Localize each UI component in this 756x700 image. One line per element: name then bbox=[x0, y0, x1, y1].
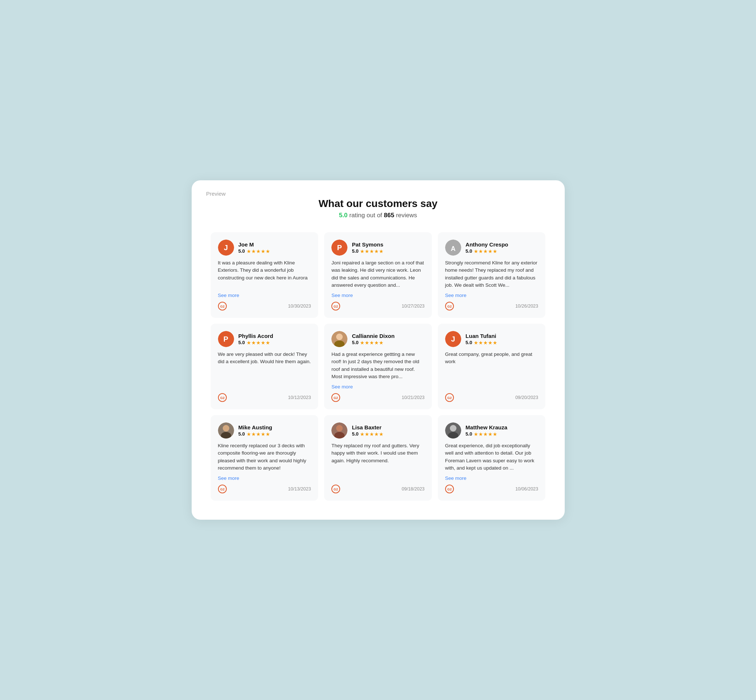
see-more-link[interactable]: See more bbox=[218, 292, 311, 298]
review-card: P Pat Symons 5.0 ★★★★★ Joni repaired a l… bbox=[324, 232, 432, 318]
review-card: A Anthony Crespo 5.0 ★★★★★ Strongly reco… bbox=[438, 232, 546, 318]
review-footer: G2 09/20/2023 bbox=[445, 393, 538, 402]
review-card: J Joe M 5.0 ★★★★★ It was a pleasure deal… bbox=[211, 232, 319, 318]
reviews-grid: J Joe M 5.0 ★★★★★ It was a pleasure deal… bbox=[211, 232, 546, 501]
review-count: 865 bbox=[384, 212, 394, 219]
see-more-link[interactable]: See more bbox=[445, 292, 538, 298]
stars-display: ★★★★★ bbox=[247, 248, 270, 254]
rating-value: 5.0 bbox=[465, 431, 472, 437]
stars-display: ★★★★★ bbox=[360, 431, 384, 437]
rating-value: 5.0 bbox=[465, 340, 472, 345]
stars-display: ★★★★★ bbox=[247, 340, 270, 345]
avatar bbox=[331, 331, 347, 347]
reviewer-name: Phyllis Acord bbox=[239, 333, 273, 339]
svg-text:G2: G2 bbox=[220, 305, 224, 308]
star-rating-row: 5.0 ★★★★★ bbox=[239, 340, 273, 345]
reviewer-name: Pat Symons bbox=[352, 241, 384, 248]
reviewer-info: Matthew Krauza 5.0 ★★★★★ bbox=[465, 424, 507, 437]
svg-point-11 bbox=[336, 334, 343, 340]
reviewer-header: P Phyllis Acord 5.0 ★★★★★ bbox=[218, 331, 311, 347]
reviewer-info: Mike Austing 5.0 ★★★★★ bbox=[239, 424, 272, 437]
svg-point-23 bbox=[336, 425, 343, 431]
avatar: J bbox=[218, 239, 234, 256]
review-card: Lisa Baxter 5.0 ★★★★★ They replaced my r… bbox=[324, 415, 432, 501]
g2-logo-icon: G2 bbox=[218, 484, 227, 493]
svg-text:G2: G2 bbox=[334, 488, 338, 491]
g2-logo-icon: G2 bbox=[218, 393, 227, 402]
svg-text:A: A bbox=[451, 245, 455, 252]
review-date: 10/06/2023 bbox=[515, 486, 538, 492]
see-more-link[interactable]: See more bbox=[218, 475, 311, 481]
reviewer-header: P Pat Symons 5.0 ★★★★★ bbox=[331, 239, 425, 256]
reviewer-header: Calliannie Dixon 5.0 ★★★★★ bbox=[331, 331, 425, 347]
reviewer-name: Lisa Baxter bbox=[352, 424, 384, 430]
review-date: 10/12/2023 bbox=[288, 395, 311, 400]
reviewer-header: J Luan Tufani 5.0 ★★★★★ bbox=[445, 331, 538, 347]
avatar: J bbox=[445, 331, 461, 347]
star-rating-row: 5.0 ★★★★★ bbox=[465, 340, 497, 345]
reviewer-info: Anthony Crespo 5.0 ★★★★★ bbox=[465, 241, 508, 254]
see-more-link[interactable]: See more bbox=[331, 384, 425, 389]
review-date: 09/18/2023 bbox=[401, 486, 425, 492]
review-footer: G2 09/18/2023 bbox=[331, 484, 425, 493]
preview-label: Preview bbox=[206, 191, 226, 197]
review-card: Mike Austing 5.0 ★★★★★ Kline recently re… bbox=[211, 415, 319, 501]
reviewer-name: Calliannie Dixon bbox=[352, 333, 395, 339]
review-text: Had a great experience gettting a new ro… bbox=[331, 351, 425, 380]
reviewer-info: Phyllis Acord 5.0 ★★★★★ bbox=[239, 333, 273, 345]
overall-rating: 5.0 bbox=[339, 212, 348, 219]
review-text: We are very pleased with our deck! They … bbox=[218, 351, 311, 389]
star-rating-row: 5.0 ★★★★★ bbox=[352, 431, 384, 437]
review-date: 10/27/2023 bbox=[401, 303, 425, 309]
preview-card: Preview What our customers say 5.0 ratin… bbox=[192, 180, 565, 520]
star-rating-row: 5.0 ★★★★★ bbox=[352, 340, 395, 345]
avatar: A bbox=[445, 239, 461, 256]
review-footer: G2 10/13/2023 bbox=[218, 484, 311, 493]
avatar bbox=[218, 422, 234, 439]
svg-text:G2: G2 bbox=[220, 488, 224, 491]
review-card: Matthew Krauza 5.0 ★★★★★ Great experienc… bbox=[438, 415, 546, 501]
review-text: Kline recently replaced our 3 decks with… bbox=[218, 442, 311, 472]
avatar bbox=[445, 422, 461, 439]
reviewer-name: Matthew Krauza bbox=[465, 424, 507, 430]
svg-text:G2: G2 bbox=[447, 396, 452, 400]
header-subtitle: 5.0 rating out of 865 reviews bbox=[211, 212, 546, 219]
stars-display: ★★★★★ bbox=[360, 248, 384, 254]
g2-logo-icon: G2 bbox=[445, 484, 454, 493]
reviewer-header: Lisa Baxter 5.0 ★★★★★ bbox=[331, 422, 425, 439]
star-rating-row: 5.0 ★★★★★ bbox=[465, 431, 507, 437]
reviewer-info: Calliannie Dixon 5.0 ★★★★★ bbox=[352, 333, 395, 345]
review-text: It was a pleasure dealing with Kline Ext… bbox=[218, 259, 311, 289]
see-more-link[interactable]: See more bbox=[445, 475, 538, 481]
subtitle-text: rating out of bbox=[349, 212, 382, 219]
rating-value: 5.0 bbox=[465, 248, 472, 254]
star-rating-row: 5.0 ★★★★★ bbox=[239, 431, 272, 437]
rating-value: 5.0 bbox=[239, 340, 245, 345]
review-text: They replaced my roof and gutters. Very … bbox=[331, 442, 425, 481]
reviewer-name: Anthony Crespo bbox=[465, 241, 508, 248]
review-date: 10/30/2023 bbox=[288, 303, 311, 309]
stars-display: ★★★★★ bbox=[474, 431, 497, 437]
review-footer: G2 10/06/2023 bbox=[445, 484, 538, 493]
g2-logo-icon: G2 bbox=[331, 393, 340, 402]
rating-value: 5.0 bbox=[352, 340, 358, 345]
g2-logo-icon: G2 bbox=[331, 484, 340, 493]
reviewer-info: Luan Tufani 5.0 ★★★★★ bbox=[465, 333, 497, 345]
svg-text:G2: G2 bbox=[220, 396, 224, 400]
review-date: 10/26/2023 bbox=[515, 303, 538, 309]
review-card: Calliannie Dixon 5.0 ★★★★★ Had a great e… bbox=[324, 323, 432, 409]
svg-text:G2: G2 bbox=[334, 396, 338, 400]
svg-point-18 bbox=[223, 425, 229, 431]
stars-display: ★★★★★ bbox=[360, 340, 384, 345]
reviewer-header: A Anthony Crespo 5.0 ★★★★★ bbox=[445, 239, 538, 256]
reviewer-name: Luan Tufani bbox=[465, 333, 497, 339]
reviewer-info: Lisa Baxter 5.0 ★★★★★ bbox=[352, 424, 384, 437]
see-more-link[interactable]: See more bbox=[331, 292, 425, 298]
rating-value: 5.0 bbox=[239, 431, 245, 437]
g2-logo-icon: G2 bbox=[445, 302, 454, 311]
review-date: 09/20/2023 bbox=[515, 395, 538, 400]
review-text: Strongly recommend Kline for any exterio… bbox=[445, 259, 538, 289]
stars-display: ★★★★★ bbox=[474, 248, 497, 254]
review-footer: G2 10/30/2023 bbox=[218, 302, 311, 311]
svg-text:G2: G2 bbox=[447, 305, 452, 308]
